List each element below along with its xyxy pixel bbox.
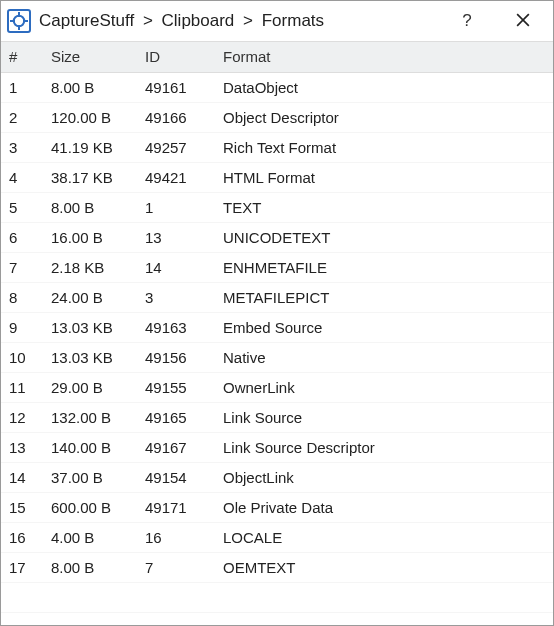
- breadcrumb-sep: >: [243, 11, 253, 30]
- cell-format: HTML Format: [215, 162, 553, 192]
- table-row[interactable]: 616.00 B13UNICODETEXT: [1, 222, 553, 252]
- col-header-size[interactable]: Size: [43, 42, 137, 72]
- cell-size: 13.03 KB: [43, 312, 137, 342]
- titlebar: CaptureStuff > Clipboard > Formats ?: [1, 1, 553, 41]
- table-row[interactable]: 18.00 B49161DataObject: [1, 72, 553, 102]
- cell-format: Embed Source: [215, 312, 553, 342]
- cell-index: 11: [1, 372, 43, 402]
- cell-index: 13: [1, 432, 43, 462]
- cell-size: 16.00 B: [43, 222, 137, 252]
- cell-index: 17: [1, 552, 43, 582]
- breadcrumb-part[interactable]: CaptureStuff: [39, 11, 134, 30]
- cell-index: 1: [1, 72, 43, 102]
- cell-id: 49257: [137, 132, 215, 162]
- cell-size: 8.00 B: [43, 72, 137, 102]
- cell-id: 3: [137, 282, 215, 312]
- cell-index: 2: [1, 102, 43, 132]
- app-icon: [7, 9, 31, 33]
- table-row[interactable]: 1437.00 B49154ObjectLink: [1, 462, 553, 492]
- cell-format: Link Source: [215, 402, 553, 432]
- cell-id: 49161: [137, 72, 215, 102]
- table-header-row: # Size ID Format: [1, 42, 553, 72]
- table-row[interactable]: 164.00 B16LOCALE: [1, 522, 553, 552]
- cell-format: OwnerLink: [215, 372, 553, 402]
- cell-id: 49154: [137, 462, 215, 492]
- formats-table: # Size ID Format 18.00 B49161DataObject2…: [1, 42, 553, 625]
- table-row[interactable]: 913.03 KB49163Embed Source: [1, 312, 553, 342]
- cell-format: DataObject: [215, 72, 553, 102]
- cell-size: 140.00 B: [43, 432, 137, 462]
- cell-format: ENHMETAFILE: [215, 252, 553, 282]
- cell-id: 13: [137, 222, 215, 252]
- cell-size: 8.00 B: [43, 552, 137, 582]
- close-button[interactable]: [509, 7, 537, 35]
- breadcrumb-part[interactable]: Clipboard: [162, 11, 235, 30]
- cell-id: 49156: [137, 342, 215, 372]
- cell-id: 49167: [137, 432, 215, 462]
- cell-index: 12: [1, 402, 43, 432]
- cell-size: 24.00 B: [43, 282, 137, 312]
- cell-id: 14: [137, 252, 215, 282]
- close-icon: [516, 13, 530, 30]
- table-row[interactable]: 1129.00 B49155OwnerLink: [1, 372, 553, 402]
- cell-index: 8: [1, 282, 43, 312]
- cell-index: 16: [1, 522, 43, 552]
- cell-size: 29.00 B: [43, 372, 137, 402]
- cell-index: 5: [1, 192, 43, 222]
- formats-table-container[interactable]: # Size ID Format 18.00 B49161DataObject2…: [1, 41, 553, 625]
- cell-index: 3: [1, 132, 43, 162]
- cell-index: 14: [1, 462, 43, 492]
- cell-index: 7: [1, 252, 43, 282]
- table-row-empty: [1, 612, 553, 625]
- col-header-format[interactable]: Format: [215, 42, 553, 72]
- window: CaptureStuff > Clipboard > Formats ?: [0, 0, 554, 626]
- cell-id: 49166: [137, 102, 215, 132]
- col-header-index[interactable]: #: [1, 42, 43, 72]
- table-row[interactable]: 438.17 KB49421HTML Format: [1, 162, 553, 192]
- table-row[interactable]: 72.18 KB14ENHMETAFILE: [1, 252, 553, 282]
- help-button[interactable]: ?: [453, 7, 481, 35]
- cell-size: 132.00 B: [43, 402, 137, 432]
- table-row[interactable]: 824.00 B3METAFILEPICT: [1, 282, 553, 312]
- cell-format: LOCALE: [215, 522, 553, 552]
- table-row[interactable]: 58.00 B1TEXT: [1, 192, 553, 222]
- table-row[interactable]: 13140.00 B49167Link Source Descriptor: [1, 432, 553, 462]
- table-row[interactable]: 341.19 KB49257Rich Text Format: [1, 132, 553, 162]
- table-row[interactable]: 2120.00 B49166Object Descriptor: [1, 102, 553, 132]
- cell-format: UNICODETEXT: [215, 222, 553, 252]
- breadcrumb: CaptureStuff > Clipboard > Formats: [39, 11, 453, 31]
- table-row[interactable]: 1013.03 KB49156Native: [1, 342, 553, 372]
- titlebar-actions: ?: [453, 7, 547, 35]
- cell-id: 1: [137, 192, 215, 222]
- cell-size: 8.00 B: [43, 192, 137, 222]
- table-row[interactable]: 178.00 B7OEMTEXT: [1, 552, 553, 582]
- cell-format: OEMTEXT: [215, 552, 553, 582]
- cell-format: Rich Text Format: [215, 132, 553, 162]
- cell-size: 38.17 KB: [43, 162, 137, 192]
- cell-id: 49421: [137, 162, 215, 192]
- breadcrumb-part[interactable]: Formats: [262, 11, 324, 30]
- cell-format: TEXT: [215, 192, 553, 222]
- cell-size: 2.18 KB: [43, 252, 137, 282]
- cell-id: 7: [137, 552, 215, 582]
- cell-format: Object Descriptor: [215, 102, 553, 132]
- cell-id: 49165: [137, 402, 215, 432]
- cell-size: 120.00 B: [43, 102, 137, 132]
- table-row[interactable]: 12132.00 B49165Link Source: [1, 402, 553, 432]
- cell-size: 37.00 B: [43, 462, 137, 492]
- table-row[interactable]: 15600.00 B49171Ole Private Data: [1, 492, 553, 522]
- cell-id: 16: [137, 522, 215, 552]
- cell-size: 13.03 KB: [43, 342, 137, 372]
- cell-index: 9: [1, 312, 43, 342]
- breadcrumb-sep: >: [143, 11, 153, 30]
- cell-index: 6: [1, 222, 43, 252]
- cell-id: 49163: [137, 312, 215, 342]
- cell-size: 4.00 B: [43, 522, 137, 552]
- col-header-id[interactable]: ID: [137, 42, 215, 72]
- cell-size: 600.00 B: [43, 492, 137, 522]
- cell-id: 49171: [137, 492, 215, 522]
- table-row-empty: [1, 582, 553, 612]
- cell-id: 49155: [137, 372, 215, 402]
- cell-index: 4: [1, 162, 43, 192]
- help-icon: ?: [462, 11, 471, 31]
